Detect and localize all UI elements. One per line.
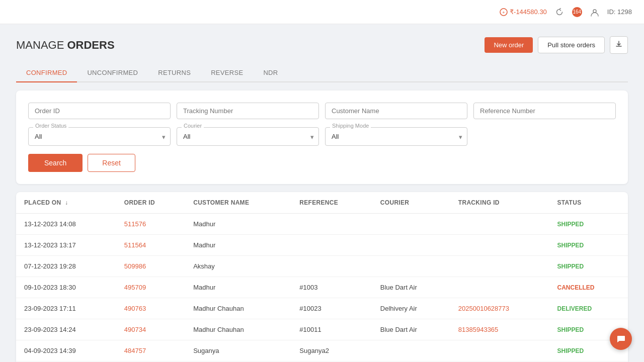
cell-order-id[interactable]: 511564 [116, 235, 185, 256]
table-row: 04-09-2023 14:39484757SuganyaSuganya2SHI… [16, 340, 628, 361]
cell-reference: #10011 [291, 319, 372, 340]
filter-card: Order Status All ▾ Courier All ▾ Shippin… [16, 90, 628, 184]
order-id-link[interactable]: 490734 [124, 326, 146, 333]
sort-arrow-icon: ↓ [65, 199, 68, 206]
pull-store-button[interactable]: Pull store orders [538, 37, 605, 53]
courier-select-wrap: Courier All ▾ [177, 127, 319, 146]
cell-order-id[interactable]: 484757 [116, 340, 185, 361]
reset-button[interactable]: Reset [88, 154, 135, 172]
col-order-id: ORDER ID [116, 192, 185, 214]
download-button[interactable] [610, 36, 628, 54]
new-order-button[interactable]: New order [485, 37, 533, 53]
cell-customer-name: Madhur [185, 214, 291, 235]
user-avatar-icon[interactable] [590, 8, 599, 17]
cell-order-id[interactable]: 490734 [116, 319, 185, 340]
cell-tracking-id [450, 277, 549, 298]
shipping-mode-select[interactable]: All [325, 127, 467, 146]
table-row: 13-12-2023 14:08511576MadhurSHIPPED [16, 214, 628, 235]
order-id-input[interactable] [28, 103, 171, 119]
cell-order-id[interactable]: 490763 [116, 298, 185, 319]
status-badge: SHIPPED [557, 347, 584, 354]
search-button[interactable]: Search [28, 154, 83, 172]
order-id-link[interactable]: 511576 [124, 220, 146, 228]
order-id-link[interactable]: 509986 [124, 262, 146, 270]
table-header: PLACED ON ↓ ORDER ID CUSTOMER NAME REFER… [16, 192, 628, 214]
table-row: 23-09-2023 14:24490734Madhur Chauhan#100… [16, 319, 628, 340]
courier-select[interactable]: All [177, 127, 319, 146]
cell-customer-name: Madhur [185, 277, 291, 298]
tab-reverse[interactable]: REVERSE [201, 64, 253, 82]
table-row: 13-12-2023 13:17511564MadhurSHIPPED [16, 235, 628, 256]
cell-tracking-id [450, 214, 549, 235]
user-id-display: ID: 1298 [607, 8, 632, 16]
col-placed-on[interactable]: PLACED ON ↓ [16, 192, 116, 214]
cell-courier [372, 256, 450, 277]
status-badge: SHIPPED [557, 263, 584, 270]
balance-icon: + [500, 8, 508, 16]
cell-reference [291, 235, 372, 256]
cell-tracking-id[interactable]: 81385943365 [450, 319, 549, 340]
status-badge: SHIPPED [557, 242, 584, 249]
order-id-link[interactable]: 511564 [124, 241, 146, 249]
col-customer-name: CUSTOMER NAME [185, 192, 291, 214]
tab-returns[interactable]: RETURNS [148, 64, 201, 82]
svg-point-2 [593, 10, 596, 13]
cell-order-id[interactable]: 509986 [116, 256, 185, 277]
cell-placed-on: 07-12-2023 19:28 [16, 256, 116, 277]
chat-bubble[interactable] [610, 328, 632, 350]
table-row: 07-12-2023 19:28509986AkshaySHIPPED [16, 256, 628, 277]
cell-placed-on: 04-09-2023 14:39 [16, 340, 116, 361]
cell-customer-name: Akshay [185, 256, 291, 277]
customer-name-input[interactable] [325, 103, 467, 119]
table-row: 09-10-2023 18:30495709Madhur#1003Blue Da… [16, 277, 628, 298]
order-status-select[interactable]: All [28, 127, 171, 146]
status-badge: DELIVERED [557, 305, 592, 312]
cell-courier: Delhivery Air [372, 298, 450, 319]
orders-table: PLACED ON ↓ ORDER ID CUSTOMER NAME REFER… [16, 192, 628, 362]
cell-tracking-id [450, 256, 549, 277]
cell-status: DELIVERED [549, 298, 628, 319]
cell-customer-name: Madhur [185, 235, 291, 256]
reference-number-input[interactable] [473, 103, 616, 119]
page-title: MANAGE ORDERS [16, 39, 115, 52]
status-badge: CANCELLED [557, 284, 594, 291]
filter-row-1 [28, 103, 616, 119]
col-status: STATUS [549, 192, 628, 214]
cell-customer-name: Madhur Chauhan [185, 298, 291, 319]
header-actions: New order Pull store orders [485, 36, 628, 54]
tracking-number-input[interactable] [177, 103, 319, 119]
cell-courier [372, 235, 450, 256]
table-row: 23-09-2023 17:11490763Madhur Chauhan#100… [16, 298, 628, 319]
notification-bell[interactable]: 164 [572, 7, 582, 17]
order-status-label: Order Status [33, 123, 68, 129]
cell-tracking-id [450, 235, 549, 256]
tab-confirmed[interactable]: CONFIRMED [16, 64, 77, 82]
cell-courier: Blue Dart Air [372, 277, 450, 298]
cell-tracking-id[interactable]: 20250010628773 [450, 298, 549, 319]
cell-status: SHIPPED [549, 235, 628, 256]
cell-placed-on: 13-12-2023 14:08 [16, 214, 116, 235]
cell-tracking-id [450, 340, 549, 361]
cell-placed-on: 23-09-2023 14:24 [16, 319, 116, 340]
cell-customer-name: Madhur Chauhan [185, 319, 291, 340]
cell-reference [291, 256, 372, 277]
tab-ndr[interactable]: NDR [253, 64, 288, 82]
order-id-link[interactable]: 490763 [124, 305, 146, 312]
cell-order-id[interactable]: 495709 [116, 277, 185, 298]
cell-courier [372, 340, 450, 361]
status-badge: SHIPPED [557, 221, 584, 228]
cell-order-id[interactable]: 511576 [116, 214, 185, 235]
cell-status: SHIPPED [549, 256, 628, 277]
order-id-link[interactable]: 484757 [124, 347, 146, 354]
balance-display: + ₹-144580.30 [500, 8, 547, 16]
cell-status: CANCELLED [549, 277, 628, 298]
tabs-bar: CONFIRMED UNCONFIRMED RETURNS REVERSE ND… [16, 64, 628, 82]
cell-courier [372, 214, 450, 235]
tab-unconfirmed[interactable]: UNCONFIRMED [77, 64, 148, 82]
refresh-icon[interactable] [555, 8, 564, 17]
cell-reference [291, 214, 372, 235]
cell-placed-on: 13-12-2023 13:17 [16, 235, 116, 256]
order-status-select-wrap: Order Status All ▾ [28, 127, 171, 146]
order-id-link[interactable]: 495709 [124, 284, 146, 291]
cell-courier: Blue Dart Air [372, 319, 450, 340]
